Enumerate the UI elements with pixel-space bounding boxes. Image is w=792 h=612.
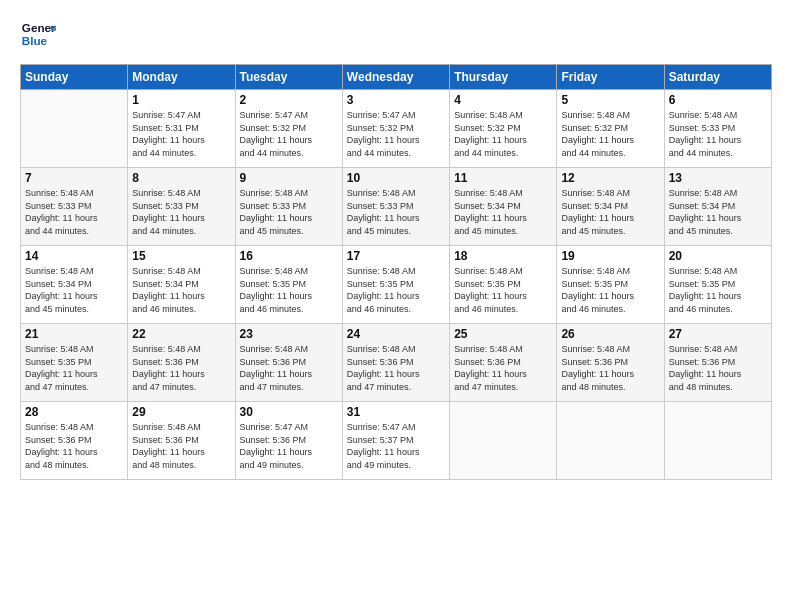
day-info: Sunrise: 5:47 AM Sunset: 5:32 PM Dayligh…: [347, 109, 445, 159]
day-number: 27: [669, 327, 767, 341]
day-info: Sunrise: 5:48 AM Sunset: 5:33 PM Dayligh…: [669, 109, 767, 159]
day-info: Sunrise: 5:48 AM Sunset: 5:34 PM Dayligh…: [561, 187, 659, 237]
calendar-day-cell: 20Sunrise: 5:48 AM Sunset: 5:35 PM Dayli…: [664, 246, 771, 324]
day-info: Sunrise: 5:47 AM Sunset: 5:32 PM Dayligh…: [240, 109, 338, 159]
day-number: 6: [669, 93, 767, 107]
day-number: 23: [240, 327, 338, 341]
calendar-day-cell: 2Sunrise: 5:47 AM Sunset: 5:32 PM Daylig…: [235, 90, 342, 168]
calendar-week-row: 7Sunrise: 5:48 AM Sunset: 5:33 PM Daylig…: [21, 168, 772, 246]
logo-icon: General Blue: [20, 18, 56, 54]
day-info: Sunrise: 5:48 AM Sunset: 5:34 PM Dayligh…: [454, 187, 552, 237]
day-number: 11: [454, 171, 552, 185]
day-info: Sunrise: 5:48 AM Sunset: 5:32 PM Dayligh…: [454, 109, 552, 159]
day-info: Sunrise: 5:48 AM Sunset: 5:33 PM Dayligh…: [347, 187, 445, 237]
calendar-day-cell: 21Sunrise: 5:48 AM Sunset: 5:35 PM Dayli…: [21, 324, 128, 402]
calendar-header-cell: Friday: [557, 65, 664, 90]
day-number: 26: [561, 327, 659, 341]
day-number: 18: [454, 249, 552, 263]
calendar-day-cell: [450, 402, 557, 480]
day-number: 19: [561, 249, 659, 263]
day-number: 31: [347, 405, 445, 419]
calendar-day-cell: 14Sunrise: 5:48 AM Sunset: 5:34 PM Dayli…: [21, 246, 128, 324]
calendar-day-cell: 16Sunrise: 5:48 AM Sunset: 5:35 PM Dayli…: [235, 246, 342, 324]
calendar-day-cell: [557, 402, 664, 480]
calendar-day-cell: [664, 402, 771, 480]
calendar-day-cell: 26Sunrise: 5:48 AM Sunset: 5:36 PM Dayli…: [557, 324, 664, 402]
calendar-day-cell: 22Sunrise: 5:48 AM Sunset: 5:36 PM Dayli…: [128, 324, 235, 402]
calendar-day-cell: 15Sunrise: 5:48 AM Sunset: 5:34 PM Dayli…: [128, 246, 235, 324]
calendar-week-row: 21Sunrise: 5:48 AM Sunset: 5:35 PM Dayli…: [21, 324, 772, 402]
calendar-day-cell: 3Sunrise: 5:47 AM Sunset: 5:32 PM Daylig…: [342, 90, 449, 168]
svg-text:Blue: Blue: [22, 34, 48, 47]
calendar-header-cell: Tuesday: [235, 65, 342, 90]
day-info: Sunrise: 5:48 AM Sunset: 5:33 PM Dayligh…: [25, 187, 123, 237]
day-number: 22: [132, 327, 230, 341]
calendar-day-cell: 30Sunrise: 5:47 AM Sunset: 5:36 PM Dayli…: [235, 402, 342, 480]
calendar-body: 1Sunrise: 5:47 AM Sunset: 5:31 PM Daylig…: [21, 90, 772, 480]
day-number: 9: [240, 171, 338, 185]
day-number: 10: [347, 171, 445, 185]
day-info: Sunrise: 5:48 AM Sunset: 5:36 PM Dayligh…: [25, 421, 123, 471]
day-number: 16: [240, 249, 338, 263]
day-info: Sunrise: 5:48 AM Sunset: 5:34 PM Dayligh…: [132, 265, 230, 315]
calendar-day-cell: 10Sunrise: 5:48 AM Sunset: 5:33 PM Dayli…: [342, 168, 449, 246]
calendar-day-cell: 18Sunrise: 5:48 AM Sunset: 5:35 PM Dayli…: [450, 246, 557, 324]
day-info: Sunrise: 5:48 AM Sunset: 5:35 PM Dayligh…: [454, 265, 552, 315]
day-number: 12: [561, 171, 659, 185]
day-number: 15: [132, 249, 230, 263]
day-number: 13: [669, 171, 767, 185]
calendar-week-row: 14Sunrise: 5:48 AM Sunset: 5:34 PM Dayli…: [21, 246, 772, 324]
day-number: 8: [132, 171, 230, 185]
calendar-day-cell: 27Sunrise: 5:48 AM Sunset: 5:36 PM Dayli…: [664, 324, 771, 402]
logo: General Blue: [20, 18, 62, 54]
calendar-day-cell: 9Sunrise: 5:48 AM Sunset: 5:33 PM Daylig…: [235, 168, 342, 246]
day-number: 21: [25, 327, 123, 341]
main-container: General Blue SundayMondayTuesdayWednesda…: [0, 0, 792, 490]
calendar-day-cell: 5Sunrise: 5:48 AM Sunset: 5:32 PM Daylig…: [557, 90, 664, 168]
day-info: Sunrise: 5:48 AM Sunset: 5:33 PM Dayligh…: [132, 187, 230, 237]
calendar-day-cell: 13Sunrise: 5:48 AM Sunset: 5:34 PM Dayli…: [664, 168, 771, 246]
calendar-day-cell: 25Sunrise: 5:48 AM Sunset: 5:36 PM Dayli…: [450, 324, 557, 402]
calendar-day-cell: 7Sunrise: 5:48 AM Sunset: 5:33 PM Daylig…: [21, 168, 128, 246]
day-info: Sunrise: 5:48 AM Sunset: 5:36 PM Dayligh…: [132, 421, 230, 471]
day-info: Sunrise: 5:47 AM Sunset: 5:37 PM Dayligh…: [347, 421, 445, 471]
calendar-day-cell: 11Sunrise: 5:48 AM Sunset: 5:34 PM Dayli…: [450, 168, 557, 246]
day-info: Sunrise: 5:48 AM Sunset: 5:36 PM Dayligh…: [132, 343, 230, 393]
calendar-day-cell: 19Sunrise: 5:48 AM Sunset: 5:35 PM Dayli…: [557, 246, 664, 324]
calendar-day-cell: [21, 90, 128, 168]
day-number: 3: [347, 93, 445, 107]
day-info: Sunrise: 5:48 AM Sunset: 5:32 PM Dayligh…: [561, 109, 659, 159]
day-number: 7: [25, 171, 123, 185]
calendar-header-row: SundayMondayTuesdayWednesdayThursdayFrid…: [21, 65, 772, 90]
calendar-header-cell: Monday: [128, 65, 235, 90]
day-number: 14: [25, 249, 123, 263]
calendar-day-cell: 6Sunrise: 5:48 AM Sunset: 5:33 PM Daylig…: [664, 90, 771, 168]
day-number: 1: [132, 93, 230, 107]
calendar-day-cell: 8Sunrise: 5:48 AM Sunset: 5:33 PM Daylig…: [128, 168, 235, 246]
day-info: Sunrise: 5:48 AM Sunset: 5:36 PM Dayligh…: [454, 343, 552, 393]
calendar-table: SundayMondayTuesdayWednesdayThursdayFrid…: [20, 64, 772, 480]
header: General Blue: [20, 18, 772, 54]
day-info: Sunrise: 5:47 AM Sunset: 5:31 PM Dayligh…: [132, 109, 230, 159]
calendar-header-cell: Sunday: [21, 65, 128, 90]
day-number: 24: [347, 327, 445, 341]
calendar-day-cell: 23Sunrise: 5:48 AM Sunset: 5:36 PM Dayli…: [235, 324, 342, 402]
calendar-day-cell: 31Sunrise: 5:47 AM Sunset: 5:37 PM Dayli…: [342, 402, 449, 480]
day-info: Sunrise: 5:48 AM Sunset: 5:35 PM Dayligh…: [240, 265, 338, 315]
calendar-header-cell: Wednesday: [342, 65, 449, 90]
day-info: Sunrise: 5:48 AM Sunset: 5:33 PM Dayligh…: [240, 187, 338, 237]
calendar-week-row: 28Sunrise: 5:48 AM Sunset: 5:36 PM Dayli…: [21, 402, 772, 480]
calendar-day-cell: 12Sunrise: 5:48 AM Sunset: 5:34 PM Dayli…: [557, 168, 664, 246]
calendar-week-row: 1Sunrise: 5:47 AM Sunset: 5:31 PM Daylig…: [21, 90, 772, 168]
day-info: Sunrise: 5:48 AM Sunset: 5:36 PM Dayligh…: [669, 343, 767, 393]
day-number: 25: [454, 327, 552, 341]
day-number: 30: [240, 405, 338, 419]
calendar-day-cell: 24Sunrise: 5:48 AM Sunset: 5:36 PM Dayli…: [342, 324, 449, 402]
day-info: Sunrise: 5:48 AM Sunset: 5:36 PM Dayligh…: [240, 343, 338, 393]
day-info: Sunrise: 5:48 AM Sunset: 5:35 PM Dayligh…: [347, 265, 445, 315]
day-number: 17: [347, 249, 445, 263]
calendar-day-cell: 1Sunrise: 5:47 AM Sunset: 5:31 PM Daylig…: [128, 90, 235, 168]
day-number: 4: [454, 93, 552, 107]
calendar-day-cell: 4Sunrise: 5:48 AM Sunset: 5:32 PM Daylig…: [450, 90, 557, 168]
calendar-day-cell: 17Sunrise: 5:48 AM Sunset: 5:35 PM Dayli…: [342, 246, 449, 324]
